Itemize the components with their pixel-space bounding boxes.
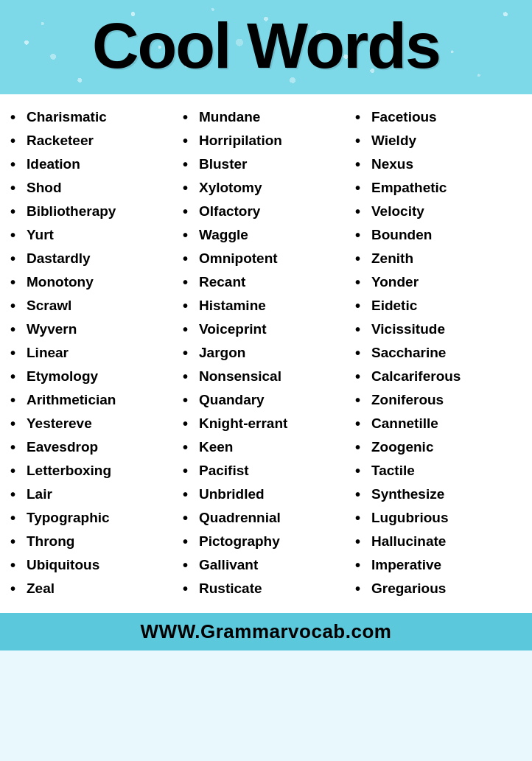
list-item: •Velocity	[355, 200, 522, 223]
footer: WWW.Grammarvocab.com	[0, 613, 532, 650]
word-text: Dastardly	[27, 248, 91, 269]
bullet-icon: •	[10, 483, 27, 506]
bullet-icon: •	[183, 507, 199, 530]
word-text: Olfactory	[199, 200, 260, 222]
list-item: •Yestereve	[10, 413, 177, 435]
bullet-icon: •	[355, 295, 371, 318]
word-text: Quandary	[199, 389, 265, 410]
word-text: Lugubrious	[371, 507, 448, 528]
bullet-icon: •	[183, 342, 199, 365]
content-area: •Charismatic•Racketeer•Ideation•Shod•Bib…	[0, 94, 532, 613]
list-item: •Waggle	[183, 224, 349, 247]
bullet-icon: •	[10, 365, 27, 388]
list-item: •Charismatic	[10, 106, 177, 129]
list-item: •Scrawl	[10, 295, 177, 318]
word-text: Unbridled	[199, 483, 265, 505]
word-text: Zeal	[27, 578, 55, 599]
word-text: Shod	[27, 177, 62, 198]
list-item: •Arithmetician	[10, 389, 177, 412]
word-text: Nonsensical	[199, 365, 281, 387]
bullet-icon: •	[10, 342, 27, 365]
word-text: Charismatic	[27, 106, 107, 127]
bullet-icon: •	[183, 460, 199, 483]
bullet-icon: •	[183, 153, 199, 176]
word-text: Pictography	[199, 530, 280, 552]
word-text: Knight-errant	[199, 413, 287, 434]
word-text: Lair	[27, 483, 52, 505]
list-item: •Ideation	[10, 153, 177, 176]
list-item: •Facetious	[355, 106, 522, 129]
bullet-icon: •	[183, 271, 199, 294]
bullet-icon: •	[10, 530, 27, 553]
word-text: Yurt	[27, 224, 54, 245]
bullet-icon: •	[355, 436, 371, 459]
word-text: Saccharine	[371, 342, 446, 363]
word-text: Jargon	[199, 342, 245, 363]
bullet-icon: •	[355, 177, 371, 200]
list-item: •Zeal	[10, 578, 177, 600]
list-item: •Zoogenic	[355, 436, 522, 459]
list-item: •Calcariferous	[355, 365, 522, 388]
bullet-icon: •	[10, 436, 27, 459]
bullet-icon: •	[10, 106, 27, 129]
bullet-icon: •	[355, 507, 371, 530]
list-item: •Ubiquitous	[10, 554, 177, 577]
bullet-icon: •	[355, 106, 371, 129]
word-text: Zoniferous	[371, 389, 444, 410]
bullet-icon: •	[10, 130, 27, 152]
word-text: Letterboxing	[27, 460, 111, 481]
header: Cool Words	[0, 0, 532, 94]
list-item: •Wyvern	[10, 318, 177, 341]
list-item: •Dastardly	[10, 248, 177, 270]
list-item: •Hallucinate	[355, 530, 522, 553]
list-item: •Jargon	[183, 342, 349, 365]
word-text: Eavesdrop	[27, 436, 98, 457]
list-item: •Linear	[10, 342, 177, 365]
word-text: Rusticate	[199, 578, 262, 599]
word-text: Etymology	[27, 365, 98, 387]
bullet-icon: •	[183, 224, 199, 247]
word-text: Voiceprint	[199, 318, 267, 340]
list-item: •Bibliotherapy	[10, 200, 177, 223]
list-item: •Typographic	[10, 507, 177, 530]
list-item: •Pacifist	[183, 460, 349, 483]
bullet-icon: •	[10, 507, 27, 530]
list-item: •Racketeer	[10, 130, 177, 152]
word-text: Waggle	[199, 224, 248, 245]
word-text: Monotony	[27, 271, 94, 292]
word-text: Typographic	[27, 507, 110, 528]
list-item: •Zoniferous	[355, 389, 522, 412]
word-text: Empathetic	[371, 177, 447, 198]
bullet-icon: •	[355, 460, 371, 483]
list-item: •Eidetic	[355, 295, 522, 318]
list-item: •Empathetic	[355, 177, 522, 200]
list-item: •Monotony	[10, 271, 177, 294]
list-item: •Zenith	[355, 248, 522, 270]
word-text: Gallivant	[199, 554, 258, 575]
bullet-icon: •	[355, 365, 371, 388]
bullet-icon: •	[10, 200, 27, 223]
list-item: •Cannetille	[355, 413, 522, 435]
list-item: •Knight-errant	[183, 413, 349, 435]
bullet-icon: •	[355, 413, 371, 435]
bullet-icon: •	[10, 248, 27, 270]
word-text: Ideation	[27, 153, 80, 175]
list-item: •Voiceprint	[183, 318, 349, 341]
bullet-icon: •	[10, 413, 27, 435]
bullet-icon: •	[183, 389, 199, 412]
word-text: Zenith	[371, 248, 413, 269]
bullet-icon: •	[183, 295, 199, 318]
bullet-icon: •	[355, 224, 371, 247]
bullet-icon: •	[355, 318, 371, 341]
list-item: •Saccharine	[355, 342, 522, 365]
bullet-icon: •	[355, 342, 371, 365]
column-3: •Facetious•Wieldy•Nexus•Empathetic•Veloc…	[352, 106, 525, 601]
bullet-icon: •	[183, 200, 199, 223]
list-item: •Gregarious	[355, 578, 522, 600]
word-text: Velocity	[371, 200, 424, 222]
bullet-icon: •	[183, 554, 199, 577]
list-item: •Keen	[183, 436, 349, 459]
list-item: •Rusticate	[183, 578, 349, 600]
bullet-icon: •	[10, 224, 27, 247]
list-item: •Histamine	[183, 295, 349, 318]
